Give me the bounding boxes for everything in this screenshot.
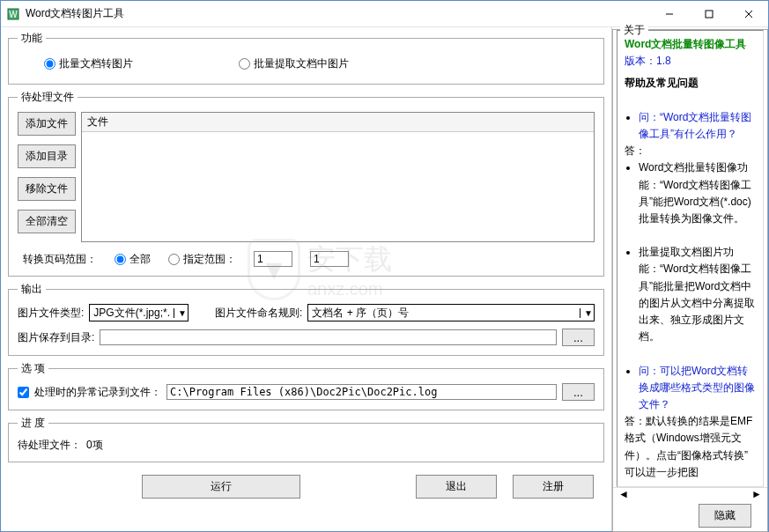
files-legend: 待处理文件 [18, 90, 78, 105]
app-icon: W [6, 7, 20, 21]
clear-all-button[interactable]: 全部清空 [18, 210, 76, 233]
about-version: 版本：1.8 [625, 53, 756, 70]
about-legend: 关于 [620, 23, 648, 38]
options-group: 选 项 处理时的异常记录到文件： ... [8, 361, 604, 410]
about-sidebar: 关于 Word文档批量转图像工具 版本：1.8 帮助及常见问题 问：“Word文… [611, 27, 768, 531]
progress-group: 进 度 待处理文件： 0项 [8, 416, 604, 462]
log-exceptions-label: 处理时的异常记录到文件： [34, 385, 161, 400]
progress-legend: 进 度 [18, 416, 48, 431]
function-legend: 功能 [18, 31, 46, 46]
image-type-select[interactable]: JPG文件(*.jpg;*. ▼ [89, 304, 189, 321]
exit-button[interactable]: 退出 [416, 475, 497, 499]
page-range-label: 转换页码范围： [23, 252, 97, 267]
browse-save-dir-button[interactable]: ... [562, 329, 595, 346]
close-button[interactable] [728, 1, 768, 26]
main-panel: 功能 批量文档转图片 批量提取文档中图片 待处理文件 添加文件 [1, 27, 611, 531]
faq-q2: 问：可以把Word文档转换成哪些格式类型的图像文件？ [639, 365, 755, 410]
radio-batch-extract-input[interactable] [239, 58, 250, 70]
log-exceptions-checkbox[interactable] [18, 387, 29, 398]
save-dir-input[interactable] [100, 329, 557, 345]
save-dir-label: 图片保存到目录: [18, 330, 94, 345]
radio-batch-convert[interactable]: 批量文档转图片 [44, 56, 133, 71]
scroll-right-icon[interactable]: ► [751, 488, 762, 500]
window-controls [649, 1, 768, 26]
add-dir-button[interactable]: 添加目录 [18, 144, 76, 168]
browse-log-button[interactable]: ... [562, 383, 595, 401]
titlebar: W Word文档转图片工具 [1, 1, 768, 27]
naming-rule-select[interactable]: 文档名 + 序（页）号 ▼ [307, 304, 595, 321]
options-legend: 选 项 [18, 361, 48, 376]
svg-text:W: W [9, 10, 18, 19]
dropdown-arrow-icon: ▼ [174, 308, 188, 318]
minimize-button[interactable] [649, 1, 689, 26]
pending-count: 0项 [86, 438, 103, 453]
file-list-header: 文件 [82, 113, 594, 132]
faq-a2: 答：默认转换的结果是EMF格式（Windows增强元文件）。点击“图像格式转换”… [625, 413, 756, 481]
content-area: 功能 批量文档转图片 批量提取文档中图片 待处理文件 添加文件 [1, 27, 768, 531]
function-group: 功能 批量文档转图片 批量提取文档中图片 [8, 31, 604, 85]
range-to-input[interactable] [310, 251, 349, 267]
range-from-input[interactable] [254, 251, 292, 267]
add-file-button[interactable]: 添加文件 [18, 112, 76, 136]
scroll-left-icon[interactable]: ◄ [618, 488, 629, 500]
horizontal-scrollbar[interactable]: ◄ ► [613, 487, 767, 500]
faq-a1-item1: Word文档批量转图像功能：“Word文档转图像工具”能把Word文档(*.do… [639, 159, 756, 227]
svg-rect-3 [706, 11, 713, 18]
run-button[interactable]: 运行 [142, 475, 300, 499]
faq-a1-item2: 批量提取文档图片功能：“Word文档转图像工具”能批量把Word文档中的图片从文… [639, 244, 756, 345]
pending-label: 待处理文件： [18, 438, 81, 453]
radio-batch-extract[interactable]: 批量提取文档中图片 [239, 56, 349, 71]
file-list[interactable]: 文件 [81, 112, 595, 242]
file-list-body[interactable] [82, 132, 594, 243]
radio-range-custom[interactable]: 指定范围： [168, 252, 236, 267]
radio-batch-convert-input[interactable] [44, 58, 55, 70]
faq-heading: 帮助及常见问题 [625, 75, 756, 92]
output-legend: 输出 [18, 282, 46, 297]
register-button[interactable]: 注册 [513, 475, 594, 499]
maximize-button[interactable] [689, 1, 728, 26]
naming-rule-label: 图片文件命名规则: [215, 306, 302, 321]
window-title: Word文档转图片工具 [26, 6, 649, 21]
about-content[interactable]: Word文档批量转图像工具 版本：1.8 帮助及常见问题 问：“Word文档批量… [617, 30, 764, 487]
log-path-input[interactable] [166, 384, 557, 400]
radio-range-all[interactable]: 全部 [115, 252, 151, 267]
app-window: W Word文档转图片工具 功能 批量文档转图片 批量提取文档中图片 [0, 0, 769, 532]
dropdown-arrow-icon: ▼ [580, 308, 594, 318]
action-buttons: 运行 退出 注册 [8, 468, 604, 499]
hide-button[interactable]: 隐藏 [699, 504, 751, 528]
faq-a1-label: 答： [625, 143, 756, 159]
image-type-label: 图片文件类型: [18, 306, 84, 321]
files-group: 待处理文件 添加文件 添加目录 移除文件 全部清空 文件 转换页码范围： [8, 90, 604, 277]
faq-q1: 问：“Word文档批量转图像工具”有什么作用？ [639, 111, 751, 140]
remove-file-button[interactable]: 移除文件 [18, 177, 76, 201]
about-title: Word文档批量转图像工具 [625, 36, 756, 53]
output-group: 输出 图片文件类型: JPG文件(*.jpg;*. ▼ 图片文件命名规则: 文档… [8, 282, 604, 356]
